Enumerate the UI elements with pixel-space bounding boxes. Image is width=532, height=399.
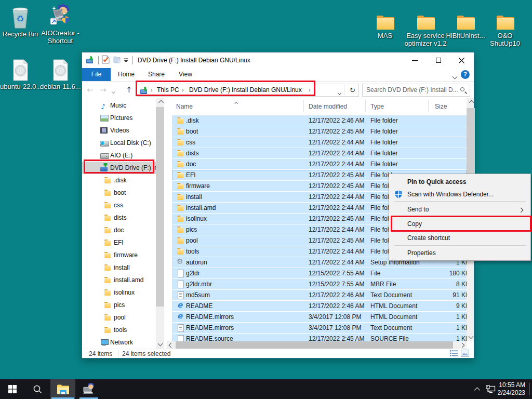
nav-tree-item[interactable]: install xyxy=(82,261,156,274)
nav-tree-item[interactable]: pool xyxy=(82,311,156,324)
nav-tree-item[interactable]: doc xyxy=(82,224,156,236)
column-separator[interactable] xyxy=(428,100,429,112)
title-bar[interactable]: DVD Drive (F:) Install Debian GNU/Linux xyxy=(82,52,474,68)
nav-tree-item[interactable]: install.amd xyxy=(82,274,156,286)
desktop-icon-recycle-bin[interactable]: ♻ Recycle Bin xyxy=(0,5,41,38)
navigation-scrollbar[interactable] xyxy=(156,98,164,349)
menu-item-scan-with-defender[interactable]: Scan with Windows Defender... xyxy=(389,188,530,201)
menu-item-send-to[interactable]: Send to xyxy=(389,202,530,217)
tray-network-icon[interactable] xyxy=(484,379,497,399)
nav-tree-item[interactable]: Music xyxy=(82,99,156,112)
taskbar-clock[interactable]: 10:55 AM 2/24/2023 xyxy=(498,381,525,397)
submenu-arrow-icon xyxy=(519,206,524,214)
desktop-icon-ubuntu-iso[interactable]: ubuntu-22.0... xyxy=(0,57,41,90)
file-row[interactable]: css 12/17/2022 2:44 AM File folder xyxy=(172,137,467,148)
scroll-right-icon[interactable] xyxy=(459,341,467,349)
nav-tree-item[interactable]: firmware xyxy=(82,249,156,261)
help-icon[interactable]: ? xyxy=(461,70,470,79)
scroll-up-icon[interactable] xyxy=(467,98,475,107)
forward-icon[interactable]: → xyxy=(100,82,107,98)
search-icon[interactable] xyxy=(460,87,467,94)
scroll-down-icon[interactable] xyxy=(156,340,164,349)
search-box[interactable]: Search DVD Drive (F:) Install D... xyxy=(362,84,470,97)
scroll-down-icon[interactable] xyxy=(467,333,475,341)
nav-tree-item[interactable]: Videos xyxy=(82,124,156,137)
nav-tree-item[interactable]: Network xyxy=(82,336,156,349)
properties-quick-icon[interactable] xyxy=(102,55,110,65)
maximize-button[interactable] xyxy=(427,52,450,68)
file-row[interactable]: README.mirrors 3/4/2017 12:08 PM HTML Do… xyxy=(172,312,467,323)
menu-item-create-shortcut[interactable]: Create shortcut xyxy=(389,231,530,245)
tab-share[interactable]: Share xyxy=(144,68,168,81)
file-row[interactable]: md5sum 12/17/2022 2:46 AM Text Document … xyxy=(172,290,467,301)
start-button[interactable] xyxy=(0,379,25,399)
scrollbar-thumb[interactable] xyxy=(176,341,453,349)
nav-item-icon xyxy=(104,276,112,284)
recent-locations-icon[interactable] xyxy=(112,87,115,95)
nav-tree-item[interactable]: .disk xyxy=(82,174,156,187)
file-row[interactable]: dists 12/17/2022 2:44 AM File folder xyxy=(172,148,467,159)
tab-view[interactable]: View xyxy=(174,68,197,81)
back-icon[interactable]: ← xyxy=(87,82,94,98)
taskbar: 10:55 AM 2/24/2023 xyxy=(0,379,532,399)
details-view-button[interactable] xyxy=(450,350,459,358)
file-row[interactable]: .disk 12/17/2022 2:46 AM File folder xyxy=(172,115,467,126)
file-name: md5sum xyxy=(186,290,303,300)
nav-tree-item[interactable]: Local Disk (C:) xyxy=(82,137,156,149)
nav-tree-item[interactable]: EFI xyxy=(82,236,156,249)
file-row[interactable]: README 12/17/2022 2:46 AM HTML Document … xyxy=(172,301,467,312)
desktop-icon-debian-iso[interactable]: debian-11.6... xyxy=(40,57,81,90)
column-separator[interactable] xyxy=(365,100,366,112)
file-size: 8 KB xyxy=(427,279,467,289)
column-header-type[interactable]: Type xyxy=(370,98,384,113)
file-row[interactable]: g2ldr.mbr 12/15/2022 7:55 AM MBR File 8 … xyxy=(172,279,467,290)
file-row[interactable]: doc 12/17/2022 2:44 AM File folder xyxy=(172,159,467,170)
taskbar-aiocreator-button[interactable] xyxy=(77,379,100,399)
scroll-left-icon[interactable] xyxy=(167,341,174,349)
search-placeholder: Search DVD Drive (F:) Install D... xyxy=(366,84,459,96)
desktop-icon-easy-service-optimizer[interactable]: Easy service optimizer v1.2 xyxy=(401,6,450,47)
horizontal-scrollbar[interactable] xyxy=(167,341,467,349)
file-row[interactable]: g2ldr 12/15/2022 7:55 AM File 180 KB xyxy=(172,268,467,279)
file-row[interactable]: boot 12/17/2022 2:45 AM File folder xyxy=(172,126,467,137)
desktop-icon-mas[interactable]: MAS xyxy=(365,6,405,39)
nav-tree-item[interactable]: dists xyxy=(82,211,156,224)
minimize-button[interactable] xyxy=(403,52,427,68)
tray-show-hidden-icons[interactable] xyxy=(474,387,478,394)
nav-tree-item[interactable]: tools xyxy=(82,324,156,336)
desktop-icon-aiocreator[interactable]: AIOCreator - Shortcut xyxy=(40,4,81,45)
menu-item-pin-to-quick-access[interactable]: Pin to Quick access xyxy=(389,176,530,188)
nav-tree-item[interactable]: pics xyxy=(82,299,156,311)
column-separator[interactable] xyxy=(303,100,304,112)
nav-item-icon xyxy=(104,202,112,209)
expand-ribbon-icon[interactable] xyxy=(453,73,457,80)
scrollbar-thumb[interactable] xyxy=(156,107,164,307)
nav-tree-item[interactable]: css xyxy=(82,199,156,211)
file-type: Text Document xyxy=(370,290,429,300)
file-row[interactable]: README.mirrors 3/4/2017 12:08 PM Text Do… xyxy=(172,323,467,334)
thumbnails-view-button[interactable] xyxy=(461,350,470,358)
tab-file[interactable]: File xyxy=(82,68,111,81)
qat-customize-icon[interactable] xyxy=(124,57,128,64)
taskbar-search-button[interactable] xyxy=(25,379,50,399)
up-icon[interactable]: ↑ xyxy=(126,82,132,98)
new-folder-quick-icon[interactable] xyxy=(113,56,121,65)
close-button[interactable] xyxy=(450,52,473,68)
scroll-up-icon[interactable] xyxy=(156,98,164,107)
file-type: HTML Document xyxy=(370,312,429,322)
desktop-icon-oo-shutup10[interactable]: O&O ShutUp10 xyxy=(485,6,525,47)
column-header-name[interactable]: Name xyxy=(176,98,193,113)
nav-tree-item[interactable]: isolinux xyxy=(82,286,156,299)
refresh-icon[interactable]: ↻ xyxy=(350,84,355,96)
file-date: 12/17/2022 2:45 AM xyxy=(309,181,370,191)
menu-item-properties[interactable]: Properties xyxy=(389,246,530,260)
column-header-size[interactable]: Size xyxy=(435,98,447,113)
nav-tree-item[interactable]: boot xyxy=(82,187,156,199)
sort-ascending-icon xyxy=(234,99,237,107)
address-dropdown-icon[interactable] xyxy=(338,89,341,96)
tab-home[interactable]: Home xyxy=(114,68,138,81)
taskbar-file-explorer-button[interactable] xyxy=(50,379,75,399)
nav-tree-item[interactable]: Pictures xyxy=(82,112,156,124)
column-header-date[interactable]: Date modified xyxy=(309,98,347,113)
desktop-icon-hibituninst[interactable]: HiBitUninst... xyxy=(445,6,486,39)
